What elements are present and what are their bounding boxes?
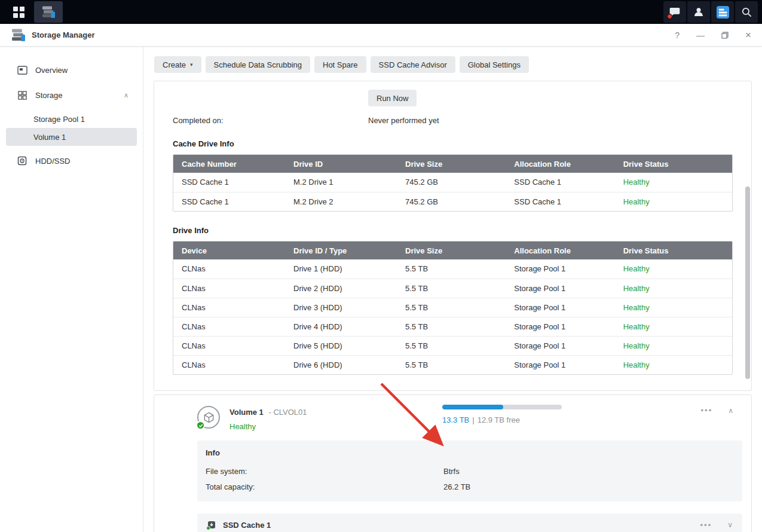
main-content: Create▾ Schedule Data Scrubbing Hot Spar… — [143, 47, 762, 532]
ssd-cache-advisor-button[interactable]: SSD Cache Advisor — [371, 56, 455, 73]
schedule-data-scrubbing-button[interactable]: Schedule Data Scrubbing — [206, 56, 310, 73]
cache-drive-table-wrap: Cache Number Drive ID Drive Size Allocat… — [173, 154, 733, 212]
ssd-cache-icon — [207, 520, 216, 530]
run-now-button[interactable]: Run Now — [368, 90, 417, 106]
column-header: Drive Size — [397, 155, 506, 173]
window-titlebar: Storage Manager ? — × — [0, 24, 762, 47]
desktop-topbar — [0, 0, 762, 24]
restore-icon — [721, 32, 729, 39]
widgets-icon — [716, 5, 730, 19]
vertical-scrollbar[interactable] — [745, 186, 750, 379]
global-settings-button[interactable]: Global Settings — [460, 56, 529, 73]
completed-on-row: Completed on: Never performed yet — [173, 116, 733, 125]
filesystem-row: File system: Btrfs — [206, 463, 734, 479]
cache-drive-info-title: Cache Drive Info — [173, 139, 733, 148]
search-button[interactable] — [735, 1, 758, 23]
help-button[interactable]: ? — [675, 31, 680, 39]
column-header: Drive ID / Type — [285, 241, 397, 259]
status-healthy: Healthy — [615, 279, 732, 298]
sidebar-item-label: HDD/SSD — [35, 157, 71, 166]
filesystem-label: File system: — [206, 467, 443, 476]
widgets-button[interactable] — [711, 1, 734, 23]
hdd-ssd-icon — [17, 156, 27, 166]
sidebar-item-label: Overview — [35, 66, 68, 75]
volume-info-box: Info File system: Btrfs Total capacity: … — [197, 441, 742, 502]
apps-grid-icon — [13, 7, 25, 18]
sidebar-item-overview[interactable]: Overview — [6, 60, 137, 80]
column-header: Drive Status — [615, 241, 732, 259]
sidebar-item-storage[interactable]: Storage ∧ — [6, 85, 137, 105]
status-healthy: Healthy — [615, 298, 732, 317]
capacity-row: Total capacity: 26.2 TB — [206, 479, 734, 494]
run-now-row: Run Now — [173, 90, 733, 106]
status-healthy: Healthy — [615, 192, 732, 211]
column-header: Drive ID — [285, 155, 397, 173]
info-title: Info — [206, 448, 734, 457]
column-header: Device — [173, 241, 285, 259]
status-healthy: Healthy — [615, 317, 732, 336]
storage-icon — [17, 91, 27, 100]
sidebar: Overview Storage ∧ Storage Pool 1 Volume… — [0, 47, 143, 532]
volume-more-actions-icon[interactable]: ••• — [701, 406, 713, 415]
drive-info-title: Drive Info — [173, 226, 733, 235]
table-header-row: Cache Number Drive ID Drive Size Allocat… — [173, 155, 732, 173]
main-menu-button[interactable] — [4, 1, 33, 23]
table-row: CLNas Drive 5 (HDD) 5.5 TB Storage Pool … — [173, 336, 732, 355]
hot-spare-button[interactable]: Hot Spare — [314, 56, 366, 73]
column-header: Drive Size — [397, 241, 506, 259]
sidebar-item-hdd-ssd[interactable]: HDD/SSD — [6, 151, 137, 171]
table-row: CLNas Drive 6 (HDD) 5.5 TB Storage Pool … — [173, 355, 732, 374]
user-icon — [693, 6, 705, 18]
used-capacity: 13.3 TB — [442, 415, 469, 424]
storage-manager-taskbar-button[interactable] — [34, 1, 63, 23]
ssd-healthy-dot — [206, 526, 210, 530]
sidebar-item-label: Volume 1 — [33, 133, 66, 142]
volume-name: Volume 1 — [229, 408, 264, 417]
ssd-expand-icon[interactable]: ∨ — [727, 521, 733, 529]
table-row: SSD Cache 1 M.2 Drive 2 745.2 GB SSD Cac… — [173, 192, 732, 211]
completed-on-value: Never performed yet — [368, 116, 439, 125]
sidebar-item-storage-pool-1[interactable]: Storage Pool 1 — [6, 110, 137, 128]
separator: | — [472, 415, 474, 424]
minimize-button[interactable]: — — [696, 31, 705, 39]
drive-table-wrap: Device Drive ID / Type Drive Size Alloca… — [173, 241, 733, 375]
volume-usage: 13.3 TB|12.9 TB free — [442, 405, 580, 424]
ssd-more-actions-icon[interactable]: ••• — [700, 521, 712, 530]
volume-id: - CLVOL01 — [268, 408, 307, 417]
toolbar: Create▾ Schedule Data Scrubbing Hot Spar… — [143, 47, 762, 81]
storage-manager-icon — [41, 5, 56, 19]
ssd-cache-label: SSD Cache 1 — [223, 521, 271, 530]
table-row: CLNas Drive 3 (HDD) 5.5 TB Storage Pool … — [173, 298, 732, 317]
user-menu-button[interactable] — [687, 1, 710, 23]
overview-icon — [17, 66, 27, 75]
table-row: CLNas Drive 4 (HDD) 5.5 TB Storage Pool … — [173, 317, 732, 336]
drive-table: Device Drive ID / Type Drive Size Alloca… — [173, 241, 732, 374]
status-healthy: Healthy — [615, 173, 732, 192]
volume-collapse-icon[interactable]: ∧ — [728, 406, 733, 415]
filesystem-value: Btrfs — [443, 467, 460, 476]
column-header: Allocation Role — [506, 155, 614, 173]
storage-manager-window: Storage Manager ? — × Overview — [0, 24, 762, 532]
search-icon — [741, 7, 752, 18]
create-button[interactable]: Create▾ — [154, 56, 201, 73]
collapse-chevron-icon[interactable]: ∧ — [124, 91, 128, 99]
column-header: Cache Number — [173, 155, 285, 173]
window-title: Storage Manager — [32, 30, 94, 39]
storage-pool-detail-panel: Run Now Completed on: Never performed ye… — [154, 81, 752, 391]
completed-on-label: Completed on: — [173, 116, 368, 125]
storage-manager-app-icon — [11, 27, 26, 42]
usage-bar — [442, 405, 562, 409]
volume-usage-fill — [442, 405, 503, 409]
healthy-check-badge — [196, 421, 205, 430]
notifications-button[interactable] — [663, 1, 686, 23]
capacity-value: 26.2 TB — [443, 482, 470, 491]
restore-button[interactable] — [721, 32, 729, 39]
column-header: Allocation Role — [506, 241, 614, 259]
sidebar-item-volume-1[interactable]: Volume 1 — [6, 128, 137, 146]
status-healthy: Healthy — [615, 355, 732, 374]
sidebar-item-label: Storage Pool 1 — [33, 115, 85, 124]
ssd-cache-row[interactable]: SSD Cache 1 ••• ∨ — [197, 513, 742, 532]
capacity-label: Total capacity: — [206, 482, 443, 491]
status-healthy: Healthy — [615, 336, 732, 355]
close-button[interactable]: × — [745, 30, 751, 40]
